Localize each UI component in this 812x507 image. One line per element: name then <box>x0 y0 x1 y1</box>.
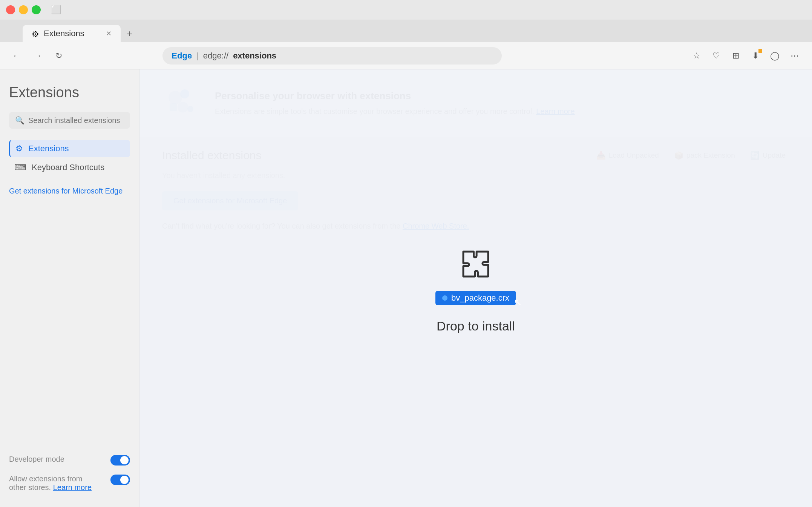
search-icon: 🔍 <box>15 116 25 125</box>
extensions-icon: ⚙ <box>15 144 23 154</box>
collections-icon: ⊞ <box>732 51 739 61</box>
sidebar-title: Extensions <box>9 84 130 101</box>
file-name: bv_package.crx <box>451 293 509 303</box>
file-dot <box>442 295 447 301</box>
sidebar-keyboard-label: Keyboard Shortcuts <box>32 163 104 172</box>
search-input[interactable] <box>28 116 124 125</box>
content: Personalise your browser with extensions… <box>139 69 812 507</box>
tab-close-button[interactable]: ✕ <box>106 29 112 38</box>
sidebar: Extensions 🔍 ⚙ Extensions ⌨ Keyboard Sho… <box>0 69 139 507</box>
allow-extensions-toggle[interactable] <box>110 475 130 485</box>
star-icon: ☆ <box>693 51 700 61</box>
url-prefix: edge:// <box>203 51 228 61</box>
profile-button[interactable]: ◯ <box>767 48 783 64</box>
new-tab-button[interactable]: + <box>121 25 138 42</box>
url-separator: | <box>196 51 199 61</box>
favorites-icon: ♡ <box>712 51 720 61</box>
favorites-button[interactable]: ♡ <box>708 48 725 64</box>
get-extensions-link[interactable]: Get extensions for Microsoft Edge <box>9 187 130 195</box>
download-icon: ⬇ <box>752 51 759 61</box>
sidebar-bottom: Developer mode Allow extensions from oth… <box>9 455 130 492</box>
profile-icon: ◯ <box>770 51 780 61</box>
close-button[interactable] <box>6 5 15 14</box>
back-icon: ← <box>12 51 21 61</box>
star-button[interactable]: ☆ <box>688 48 705 64</box>
addressbar: ← → ↻ Edge | edge://extensions ☆ ♡ ⊞ ⬇ ◯… <box>0 42 812 69</box>
more-icon: ⋯ <box>791 51 799 61</box>
collections-button[interactable]: ⊞ <box>728 48 744 64</box>
allow-extensions-row: Allow extensions from other stores. Lear… <box>9 475 130 492</box>
main-layout: Extensions 🔍 ⚙ Extensions ⌨ Keyboard Sho… <box>0 69 812 507</box>
developer-mode-toggle[interactable] <box>110 455 130 466</box>
download-button[interactable]: ⬇ <box>747 48 764 64</box>
allow-extensions-label: Allow extensions from other stores. Lear… <box>9 475 100 492</box>
file-badge: bv_package.crx ↖ <box>435 291 516 305</box>
tab-favicon: ⚙ <box>32 29 40 38</box>
window-icon: ⬜ <box>48 2 63 17</box>
tabbar: ⚙ Extensions ✕ + <box>0 20 812 42</box>
back-button[interactable]: ← <box>9 48 24 63</box>
forward-button[interactable]: → <box>30 48 45 63</box>
refresh-button[interactable]: ↻ <box>51 48 66 63</box>
keyboard-icon: ⌨ <box>14 163 26 172</box>
search-box[interactable]: 🔍 <box>9 112 130 129</box>
sidebar-item-extensions[interactable]: ⚙ Extensions <box>9 140 130 157</box>
learn-more-link[interactable]: Learn more <box>53 483 92 492</box>
developer-mode-row: Developer mode <box>9 455 130 466</box>
tab-title: Extensions <box>44 29 84 38</box>
more-button[interactable]: ⋯ <box>786 48 803 64</box>
edge-logo: Edge <box>172 51 192 61</box>
puzzle-icon <box>455 243 496 285</box>
forward-icon: → <box>34 51 42 61</box>
file-drop-area: bv_package.crx ↖ <box>435 291 516 313</box>
drop-overlay: bv_package.crx ↖ Drop to install <box>139 69 812 507</box>
url-path: extensions <box>233 51 276 61</box>
drop-label: Drop to install <box>437 319 515 333</box>
sidebar-nav: ⚙ Extensions ⌨ Keyboard Shortcuts <box>9 140 130 176</box>
sidebar-extensions-label: Extensions <box>28 144 69 154</box>
traffic-lights <box>6 5 41 14</box>
sidebar-item-keyboard-shortcuts[interactable]: ⌨ Keyboard Shortcuts <box>9 159 130 176</box>
download-badge <box>758 49 762 53</box>
maximize-button[interactable] <box>32 5 41 14</box>
cursor-icon: ↖ <box>514 297 522 308</box>
extensions-tab[interactable]: ⚙ Extensions ✕ <box>23 25 121 42</box>
url-bar[interactable]: Edge | edge://extensions <box>162 47 502 65</box>
refresh-icon: ↻ <box>55 51 62 61</box>
developer-mode-label: Developer mode <box>9 455 64 464</box>
minimize-button[interactable] <box>19 5 28 14</box>
titlebar: ⬜ <box>0 0 812 20</box>
toolbar-icons: ☆ ♡ ⊞ ⬇ ◯ ⋯ <box>688 48 803 64</box>
